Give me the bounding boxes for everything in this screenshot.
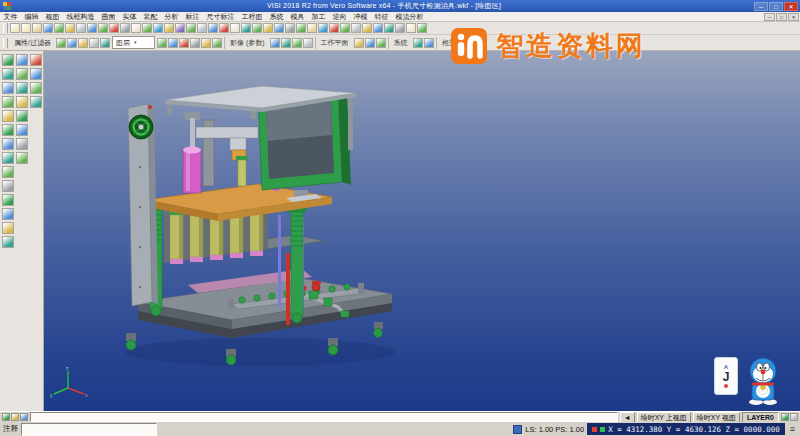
menu-item[interactable]: 线框构造: [63, 12, 98, 22]
dock-tool-icon[interactable]: [2, 180, 14, 192]
status-icon[interactable]: [11, 413, 19, 421]
status-icon[interactable]: [790, 413, 798, 421]
toolbar-icon[interactable]: [131, 23, 141, 33]
menu-item[interactable]: 编辑: [21, 12, 42, 22]
tab-properties-filter[interactable]: 属性/过滤器: [11, 38, 54, 48]
toolbar-icon[interactable]: [175, 23, 185, 33]
menu-item[interactable]: 工程图: [238, 12, 266, 22]
toolbar-icon[interactable]: [54, 23, 64, 33]
dock-tool-icon[interactable]: [16, 110, 28, 122]
dock-tool-icon[interactable]: [2, 82, 14, 94]
menu-item[interactable]: 模流分析: [392, 12, 427, 22]
dock-tool-icon[interactable]: [16, 68, 28, 80]
menu-item[interactable]: 逆向: [329, 12, 350, 22]
dock-tool-icon[interactable]: [2, 166, 14, 178]
dock-tool-icon[interactable]: [2, 110, 14, 122]
toolbar-icon[interactable]: [32, 23, 42, 33]
toolbar-icon[interactable]: [274, 23, 284, 33]
toolbar-icon[interactable]: [395, 23, 405, 33]
toolbar-icon[interactable]: [230, 23, 240, 33]
toolbar-icon[interactable]: [292, 38, 302, 48]
toolbar-icon[interactable]: [168, 38, 178, 48]
toolbar-icon[interactable]: [157, 38, 167, 48]
menu-item[interactable]: 标注: [182, 12, 203, 22]
toolbar-icon[interactable]: [351, 23, 361, 33]
toolbar-icon[interactable]: [201, 38, 211, 48]
toolbar-grip[interactable]: [3, 23, 8, 33]
mdi-minimize-button[interactable]: ─: [764, 13, 775, 21]
toolbar-icon[interactable]: [76, 23, 86, 33]
3d-viewport[interactable]: z x y A J: [44, 51, 800, 411]
menu-item[interactable]: 文件: [0, 12, 21, 22]
toolbar-icon[interactable]: [285, 23, 295, 33]
minimize-button[interactable]: ─: [754, 2, 768, 11]
toolbar-icon[interactable]: [241, 23, 251, 33]
toolbar-icon[interactable]: [120, 23, 130, 33]
menu-item[interactable]: 尺寸标注: [203, 12, 238, 22]
toolbar-icon[interactable]: [197, 23, 207, 33]
dock-tool-icon[interactable]: [16, 96, 28, 108]
toolbar-icon[interactable]: [376, 38, 386, 48]
view-mode-button[interactable]: 绘时XY 视图: [693, 412, 740, 423]
dock-tool-icon[interactable]: [16, 82, 28, 94]
dock-tool-icon[interactable]: [2, 96, 14, 108]
toolbar-icon[interactable]: [153, 23, 163, 33]
dock-tool-icon[interactable]: [16, 54, 28, 66]
toolbar-icon[interactable]: [329, 23, 339, 33]
mdi-close-button[interactable]: ✕: [788, 13, 799, 21]
menu-item[interactable]: 视图: [42, 12, 63, 22]
menu-item[interactable]: 装配: [140, 12, 161, 22]
menu-item[interactable]: 加工: [308, 12, 329, 22]
toolbar-icon[interactable]: [164, 23, 174, 33]
toolbar-icon[interactable]: [340, 23, 350, 33]
menu-item[interactable]: 模具: [287, 12, 308, 22]
menu-item[interactable]: 特征: [371, 12, 392, 22]
toolbar-icon[interactable]: [100, 38, 110, 48]
toolbar-icon[interactable]: [109, 23, 119, 33]
toolbar-icon[interactable]: [296, 23, 306, 33]
toolbar-icon[interactable]: [384, 23, 394, 33]
toolbar-icon[interactable]: [354, 38, 364, 48]
toolbar-icon[interactable]: [318, 23, 328, 33]
dock-tool-icon[interactable]: [16, 152, 28, 164]
toolbar-icon[interactable]: [65, 23, 75, 33]
toolbar-icon[interactable]: [89, 38, 99, 48]
menu-item[interactable]: 分析: [161, 12, 182, 22]
toolbar-icon[interactable]: [212, 38, 222, 48]
dock-tool-icon[interactable]: [30, 68, 42, 80]
dock-tool-icon[interactable]: [30, 96, 42, 108]
dock-tool-icon[interactable]: [2, 236, 14, 248]
toolbar-icon[interactable]: [190, 38, 200, 48]
toolbar-icon[interactable]: [406, 23, 416, 33]
model-fan[interactable]: [129, 115, 153, 139]
dock-tool-icon[interactable]: [2, 68, 14, 80]
mdi-restore-button[interactable]: □: [776, 13, 787, 21]
toolbar-icon[interactable]: [142, 23, 152, 33]
dock-tool-icon[interactable]: [16, 124, 28, 136]
toolbar-icon[interactable]: [413, 38, 423, 48]
toolbar-icon[interactable]: [78, 38, 88, 48]
toolbar-icon[interactable]: [179, 38, 189, 48]
toolbar-icon[interactable]: [252, 23, 262, 33]
dock-tool-icon[interactable]: [2, 152, 14, 164]
3d-model-canvas[interactable]: [110, 57, 410, 367]
toolbar-icon[interactable]: [365, 38, 375, 48]
toolbar-icon[interactable]: [373, 23, 383, 33]
toolbar-icon[interactable]: [303, 38, 313, 48]
dock-tool-icon[interactable]: [2, 54, 14, 66]
dock-tool-icon[interactable]: [30, 54, 42, 66]
toolbar-icon[interactable]: [98, 23, 108, 33]
toolbar-icon[interactable]: [417, 23, 427, 33]
menu-item[interactable]: 曲面: [98, 12, 119, 22]
command-prompt-input[interactable]: [30, 412, 618, 422]
status-icon[interactable]: [2, 413, 10, 421]
note-input[interactable]: [21, 423, 157, 436]
toolbar-icon[interactable]: [208, 23, 218, 33]
toolbar-icon[interactable]: [263, 23, 273, 33]
layer-dropdown[interactable]: 图层 ▾: [112, 36, 155, 49]
toolbar-icon[interactable]: [10, 23, 20, 33]
active-layer-indicator[interactable]: LAYER0: [742, 412, 779, 423]
toolbar-icon[interactable]: [43, 23, 53, 33]
toolbar-icon[interactable]: [56, 38, 66, 48]
toolbar-icon[interactable]: [186, 23, 196, 33]
